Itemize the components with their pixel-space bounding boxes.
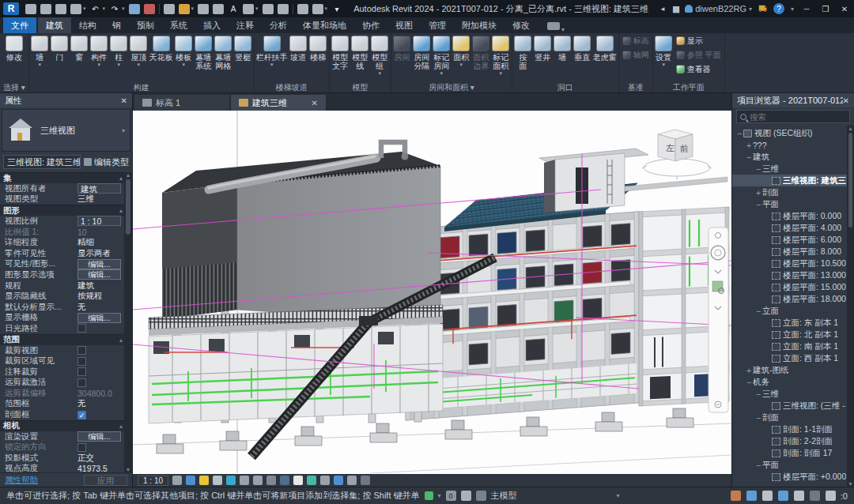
property-edit-button[interactable]: 编辑... xyxy=(77,431,121,442)
ribbon-tab-体量和场地[interactable]: 体量和场地 xyxy=(295,17,354,33)
properties-help-link[interactable]: 属性帮助 xyxy=(5,475,38,486)
thin-lines-icon[interactable] xyxy=(278,4,289,14)
section-box-icon[interactable] xyxy=(347,476,357,485)
render-icon[interactable] xyxy=(263,4,274,14)
open-icon[interactable] xyxy=(40,4,51,14)
property-value[interactable]: 建筑 xyxy=(77,183,121,194)
type-selector[interactable]: 三维视图 ▾ xyxy=(2,109,130,152)
drag-on-selection-toggle-icon[interactable] xyxy=(794,491,804,501)
media-tool-icon[interactable] xyxy=(547,22,560,30)
tree-expand-icon[interactable]: − xyxy=(745,152,753,162)
tree-item[interactable]: 立面: 北 副本 1 xyxy=(732,329,854,340)
tree-item[interactable]: −立面 xyxy=(732,305,854,317)
account-menu[interactable]: diwenB22RG ▾ xyxy=(685,4,752,13)
property-value[interactable]: 1 : 10 xyxy=(77,216,121,226)
reveal-hidden-glasses-icon[interactable] xyxy=(293,476,303,485)
properties-header[interactable]: 属性 ✕ xyxy=(0,93,132,107)
ribbon-tab-附加模块[interactable]: 附加模块 xyxy=(454,17,504,33)
property-section-集[interactable]: 集▴ xyxy=(0,172,132,183)
tree-item[interactable]: −三维 xyxy=(732,388,854,400)
tree-item[interactable]: 立面: 东 副本 1 xyxy=(732,317,854,329)
tree-item[interactable]: −建筑 xyxy=(732,151,854,163)
tree-item[interactable]: 楼层平面: +0.000 xyxy=(732,471,854,483)
tree-item[interactable]: +剖面 xyxy=(732,186,854,198)
revit-logo[interactable]: R xyxy=(3,2,19,15)
tree-item[interactable]: −三维 xyxy=(732,163,854,175)
select-pinned-toggle-icon[interactable] xyxy=(762,491,773,501)
ribbon-group-label[interactable]: 模型 xyxy=(331,82,390,92)
tree-expand-icon[interactable]: − xyxy=(754,461,762,470)
ribbon-tab-系统[interactable]: 系统 xyxy=(162,17,195,33)
property-checkbox[interactable] xyxy=(77,324,86,333)
component-button[interactable]: 构件▾ xyxy=(89,34,109,81)
redo-icon-chevron[interactable]: ▾ xyxy=(122,6,125,12)
measure-icon-chevron[interactable]: ▾ xyxy=(191,6,195,12)
tree-item[interactable]: 三维视图: 建筑三 xyxy=(732,175,854,186)
ribbon-tab-建筑[interactable]: 建筑 xyxy=(38,17,71,33)
tree-expand-icon[interactable]: − xyxy=(754,200,762,209)
ribbon-group-label[interactable]: 选择 ▾ xyxy=(1,82,28,92)
property-section-相机[interactable]: 相机▴ xyxy=(0,420,132,431)
tree-item[interactable]: 剖面: 1-1剖面 xyxy=(732,423,854,435)
tree-item[interactable]: 剖面: 剖面 17 xyxy=(732,447,854,459)
save-icon[interactable] xyxy=(55,4,66,14)
tree-expand-icon[interactable]: − xyxy=(745,378,753,387)
ribbon-tab-钢[interactable]: 钢 xyxy=(104,17,129,33)
switch-windows-icon-chevron[interactable]: ▾ xyxy=(325,6,328,12)
drawing-area[interactable]: 左 前 xyxy=(133,111,731,474)
tag-by-category-icon[interactable] xyxy=(213,4,224,14)
tree-item[interactable]: 立面: 南 副本 1 xyxy=(732,340,854,352)
tree-expand-icon[interactable]: − xyxy=(754,413,762,423)
save-orientation-icon[interactable] xyxy=(280,476,289,485)
ramp-button[interactable]: 坡道 xyxy=(289,34,308,81)
navigation-bar[interactable] xyxy=(709,228,728,412)
tree-item[interactable]: 楼层平面: 13.000 xyxy=(732,269,854,281)
text-icon[interactable]: A xyxy=(228,4,239,14)
roof-button[interactable]: 屋顶▾ xyxy=(129,34,149,81)
tree-item[interactable]: −剖面 xyxy=(732,412,854,423)
ribbon-group-label[interactable]: 工作平面 xyxy=(654,82,724,92)
wall-button[interactable]: 墙▾ xyxy=(30,34,50,81)
sync-with-central-icon[interactable] xyxy=(70,4,81,14)
section-icon[interactable] xyxy=(164,4,175,14)
property-section-图形[interactable]: 图形▴ xyxy=(0,205,132,216)
viewport-3d-model[interactable]: 左 前 xyxy=(133,111,731,473)
window-button[interactable]: 窗 xyxy=(70,34,89,81)
tree-item[interactable]: −视图 (SEC组织) xyxy=(732,127,854,139)
worksets-dialog-icon[interactable] xyxy=(461,491,471,501)
edit-type-button[interactable]: 编辑类型 xyxy=(84,156,129,168)
tag-area-button[interactable]: 标记 面积▾ xyxy=(491,34,511,81)
property-checkbox[interactable] xyxy=(77,378,86,387)
property-checkbox[interactable] xyxy=(77,357,86,366)
model-group-button[interactable]: 模型 组▾ xyxy=(370,34,390,81)
design-option-chevron-icon[interactable]: ▾ xyxy=(617,492,620,499)
ceiling-button[interactable]: 天花板 xyxy=(149,34,174,81)
tree-item[interactable]: −机务 xyxy=(732,376,854,388)
print-icon[interactable] xyxy=(129,4,140,14)
mullion-button[interactable]: 竖梃 xyxy=(233,34,253,81)
temporary-hide-isolate-icon[interactable] xyxy=(307,476,316,485)
model-line-button[interactable]: 模型 线 xyxy=(350,34,370,81)
ribbon-tab-修改[interactable]: 修改 xyxy=(504,17,538,33)
measure-icon[interactable] xyxy=(179,4,190,14)
view-tab-建筑三维[interactable]: 建筑三维✕ xyxy=(231,95,326,111)
tree-expand-icon[interactable]: + xyxy=(745,366,753,375)
property-checkbox[interactable] xyxy=(77,443,86,452)
tree-item[interactable]: 楼层平面: 10.500 xyxy=(732,258,854,269)
ribbon-tab-结构[interactable]: 结构 xyxy=(71,17,104,33)
tree-item[interactable]: 剖面: 2-2剖面 xyxy=(732,435,854,447)
tree-expand-icon[interactable]: + xyxy=(745,141,753,150)
ribbon-group-label[interactable]: 基准 xyxy=(620,82,652,92)
properties-close-icon[interactable]: ✕ xyxy=(121,96,127,105)
model-text-button[interactable]: 模型 文字 xyxy=(331,34,350,81)
browser-close-icon[interactable]: ✕ xyxy=(843,96,849,105)
help-icon[interactable]: ? xyxy=(773,3,784,14)
property-section-范围[interactable]: 范围▴ xyxy=(0,334,132,345)
tree-expand-icon[interactable]: − xyxy=(735,129,743,138)
view-scale-button[interactable]: 1 : 10 xyxy=(138,476,168,486)
copy-icon[interactable] xyxy=(297,4,308,14)
tree-item[interactable]: 楼层平面: 18.000 xyxy=(732,293,854,305)
vertical-opening-button[interactable]: 垂直 xyxy=(572,34,592,81)
select-underlay-toggle-icon[interactable] xyxy=(746,491,757,501)
ribbon-tab-预制[interactable]: 预制 xyxy=(129,17,162,33)
